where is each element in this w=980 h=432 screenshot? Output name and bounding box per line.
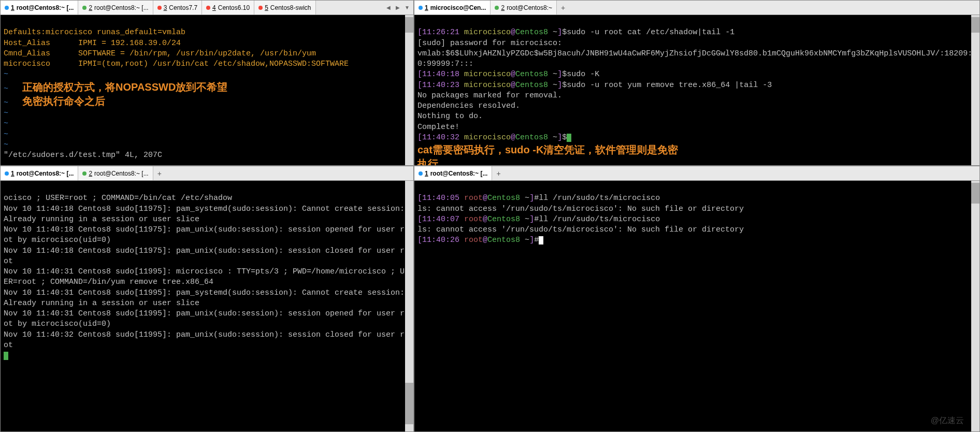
tab-bl-1[interactable]: 1root@Centos8:~ [...	[1, 166, 78, 180]
output-line: [sudo] password for microcisco:	[417, 39, 562, 48]
terminal-tr[interactable]: [11:26:21 microcisco@Centos8 ~]$sudo -u …	[414, 15, 979, 165]
sudoers-line-2: Host_Alias IPMI = 192.168.39.0/24	[4, 39, 181, 48]
status-dot-icon	[82, 6, 87, 10]
tabbar-tr: 1microcisco@Cen... 2root@Centos8:~ +	[414, 1, 979, 15]
log-line: Nov 10 11:40:18 Centos8 sudo[11975]: pam…	[4, 225, 409, 244]
tab-prev-icon[interactable]: ◀	[384, 5, 393, 10]
status-dot-icon	[5, 6, 9, 10]
output-line: Dependencies resolved.	[417, 102, 520, 110]
tabbar-tl: 1root@Centos8:~ [... 2root@Centos8:~ [..…	[1, 1, 413, 15]
tab-tl-4[interactable]: 4Centos6.10	[202, 1, 254, 15]
scrollbar-thumb[interactable]	[971, 183, 979, 204]
annotation-text-3: cat需要密码执行，sudo -K清空凭证，软件管理则是免密	[417, 144, 678, 155]
vim-status-line: "/etc/sudoers.d/test.tmp" 4L, 207C	[4, 151, 162, 160]
tab-nav: ◀▶▼	[384, 5, 413, 10]
annotation-text-4: 执行	[417, 158, 438, 165]
scrollbar-thumb[interactable]	[405, 17, 413, 33]
scrollbar-thumb[interactable]	[971, 17, 979, 33]
scrollbar-thumb[interactable]	[405, 383, 413, 424]
log-line: Nov 10 11:40:31 Centos8 sudo[11995]: pam…	[4, 309, 409, 328]
cursor-icon	[539, 236, 543, 244]
status-dot-icon	[258, 6, 263, 10]
pane-top-right: 1microcisco@Cen... 2root@Centos8:~ + [11…	[414, 0, 980, 166]
status-dot-icon	[157, 6, 162, 10]
cursor-icon	[4, 352, 8, 360]
log-line: Nov 10 11:40:18 Centos8 sudo[11975]: pam…	[4, 247, 409, 266]
pane-bottom-left: 1root@Centos8:~ [... 2root@Centos8:~ [..…	[0, 166, 414, 432]
terminal-bl[interactable]: ocisco ; USER=root ; COMMAND=/bin/cat /e…	[1, 181, 413, 431]
prompt-line: [11:40:23 microcisco@Centos8 ~]$sudo -u …	[417, 81, 772, 90]
annotation-text-1: 正确的授权方式，将NOPASSWD放到不希望	[22, 81, 227, 93]
output-line: ls: cannot access '/run/sudo/ts/microcis…	[417, 205, 744, 213]
scrollbar[interactable]	[971, 15, 979, 165]
status-dot-icon	[419, 171, 423, 176]
vim-tilde: ~	[4, 70, 8, 79]
status-dot-icon	[206, 6, 210, 10]
tab-tl-3[interactable]: 3Centos7.7	[153, 1, 202, 15]
terminal-tl[interactable]: Defaults:microcisco runas_default=vmlab …	[1, 15, 413, 165]
annotation-text-2: 免密执行命令之后	[22, 95, 105, 107]
sudoers-line-1: Defaults:microcisco runas_default=vmlab	[4, 28, 185, 37]
tab-tr-1[interactable]: 1microcisco@Cen...	[414, 1, 491, 15]
pane-bottom-right: 1root@Centos8:~ [... + [11:40:05 root@Ce…	[414, 166, 980, 432]
add-tab-button[interactable]: +	[153, 169, 166, 178]
watermark-text: @亿速云	[931, 415, 964, 426]
status-dot-icon	[5, 171, 9, 176]
log-line: Nov 10 11:40:31 Centos8 sudo[11995]: pam…	[4, 289, 409, 308]
output-line: vmlab:$6$LUhxjAHZNlyPZGDc$w5Bj8acuh/JNBH…	[417, 49, 972, 68]
prompt-line: [11:40:18 microcisco@Centos8 ~]$sudo -K	[417, 70, 599, 79]
tab-bl-2[interactable]: 2root@Centos8:~ [...	[78, 166, 153, 180]
sudoers-line-4: microcisco IPMI=(tom,root) /usr/bin/cat …	[4, 60, 349, 68]
log-line: ocisco ; USER=root ; COMMAND=/bin/cat /e…	[4, 194, 232, 203]
tab-br-1[interactable]: 1root@Centos8:~ [...	[414, 166, 492, 180]
tab-next-icon[interactable]: ▶	[394, 5, 402, 10]
tabbar-br: 1root@Centos8:~ [... +	[414, 166, 979, 181]
prompt-line: [11:40:26 root@Centos8 ~]#	[417, 236, 543, 244]
log-line: Nov 10 11:40:31 Centos8 sudo[11995]: mic…	[4, 267, 409, 286]
pane-top-left: 1root@Centos8:~ [... 2root@Centos8:~ [..…	[0, 0, 414, 166]
status-dot-icon	[419, 6, 423, 10]
status-dot-icon	[495, 6, 499, 10]
cursor-icon	[567, 134, 571, 142]
output-line: Complete!	[417, 123, 459, 132]
prompt-line: [11:40:05 root@Centos8 ~]#ll /run/sudo/t…	[417, 194, 660, 203]
tab-tl-2[interactable]: 2root@Centos8:~ [...	[78, 1, 153, 15]
log-line: Nov 10 11:40:18 Centos8 sudo[11975]: pam…	[4, 205, 409, 224]
prompt-line: [11:40:07 root@Centos8 ~]#ll /run/sudo/t…	[417, 215, 660, 224]
scrollbar[interactable]	[971, 181, 979, 431]
tab-menu-icon[interactable]: ▼	[403, 5, 411, 10]
status-dot-icon	[82, 171, 87, 176]
scrollbar[interactable]	[405, 181, 413, 431]
sudoers-line-3: Cmnd_Alias SOFTWARE = /bin/rpm, /usr/bin…	[4, 49, 316, 58]
scrollbar[interactable]	[405, 15, 413, 165]
tab-tr-2[interactable]: 2root@Centos8:~	[491, 1, 557, 15]
tabbar-bl: 1root@Centos8:~ [... 2root@Centos8:~ [..…	[1, 166, 413, 181]
tab-tl-1[interactable]: 1root@Centos8:~ [...	[1, 1, 78, 15]
add-tab-button[interactable]: +	[492, 169, 505, 178]
add-tab-button[interactable]: +	[557, 4, 569, 12]
prompt-line: [11:40:32 microcisco@Centos8 ~]$	[417, 133, 571, 142]
output-line: Nothing to do.	[417, 112, 483, 121]
terminal-br[interactable]: [11:40:05 root@Centos8 ~]#ll /run/sudo/t…	[414, 181, 979, 431]
prompt-line: [11:26:21 microcisco@Centos8 ~]$sudo -u …	[417, 28, 734, 37]
tab-tl-5[interactable]: 5Centos8-swich	[254, 1, 315, 15]
output-line: ls: cannot access '/run/sudo/ts/microcis…	[417, 225, 744, 234]
log-line: Nov 10 11:40:32 Centos8 sudo[11995]: pam…	[4, 330, 409, 350]
output-line: No packages marked for removal.	[417, 91, 562, 100]
